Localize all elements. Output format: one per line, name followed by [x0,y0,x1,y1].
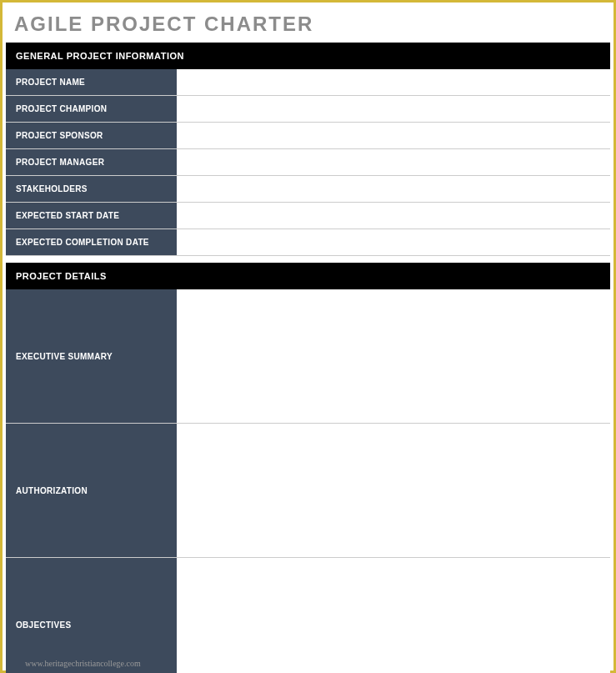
label-executive-summary: EXECUTIVE SUMMARY [6,289,177,423]
label-expected-completion: EXPECTED COMPLETION DATE [6,229,177,255]
row-project-sponsor: PROJECT SPONSOR [6,123,610,149]
value-authorization[interactable] [177,424,610,557]
value-expected-start[interactable] [177,203,610,229]
value-stakeholders[interactable] [177,176,610,202]
row-executive-summary: EXECUTIVE SUMMARY [6,289,610,424]
value-expected-completion[interactable] [177,229,610,255]
value-project-name[interactable] [177,69,610,95]
row-project-name: PROJECT NAME [6,69,610,96]
label-project-champion: PROJECT CHAMPION [6,96,177,122]
row-objectives: OBJECTIVES [6,558,610,673]
page-title: AGILE PROJECT CHARTER [3,3,613,43]
value-project-champion[interactable] [177,96,610,122]
section-spacer [6,256,610,263]
row-expected-completion: EXPECTED COMPLETION DATE [6,229,610,256]
watermark-text: www.heritagechristiancollege.com [25,659,141,668]
value-project-sponsor[interactable] [177,123,610,148]
row-authorization: AUTHORIZATION [6,424,610,558]
content-container: GENERAL PROJECT INFORMATION PROJECT NAME… [3,43,613,673]
row-project-champion: PROJECT CHAMPION [6,96,610,123]
value-executive-summary[interactable] [177,289,610,423]
label-project-name: PROJECT NAME [6,69,177,95]
value-project-manager[interactable] [177,149,610,175]
label-project-sponsor: PROJECT SPONSOR [6,123,177,148]
row-expected-start: EXPECTED START DATE [6,203,610,229]
label-stakeholders: STAKEHOLDERS [6,176,177,202]
section-header-details: PROJECT DETAILS [6,263,610,289]
label-expected-start: EXPECTED START DATE [6,203,177,229]
label-objectives: OBJECTIVES [6,558,177,673]
label-authorization: AUTHORIZATION [6,424,177,557]
row-project-manager: PROJECT MANAGER [6,149,610,176]
row-stakeholders: STAKEHOLDERS [6,176,610,203]
value-objectives[interactable] [177,558,610,673]
section-header-general: GENERAL PROJECT INFORMATION [6,43,610,69]
label-project-manager: PROJECT MANAGER [6,149,177,175]
document-frame: AGILE PROJECT CHARTER GENERAL PROJECT IN… [0,0,616,673]
